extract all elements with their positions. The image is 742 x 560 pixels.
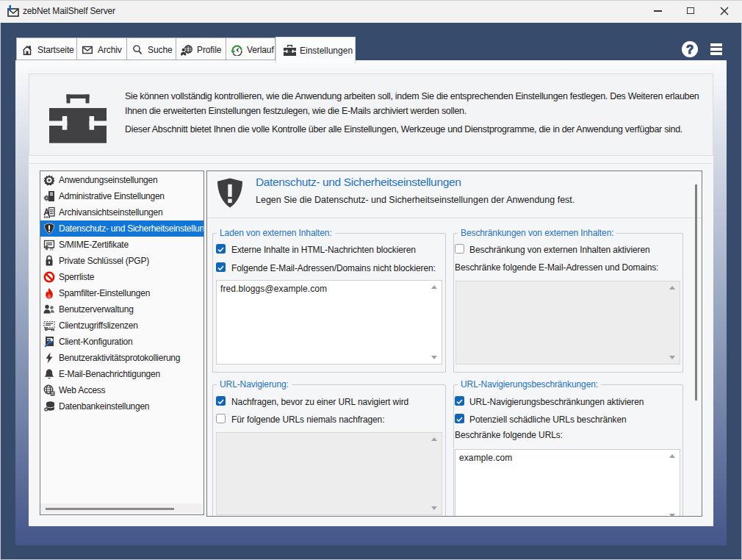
svg-text:R: R [50,246,54,251]
svg-text:?: ? [686,43,694,56]
